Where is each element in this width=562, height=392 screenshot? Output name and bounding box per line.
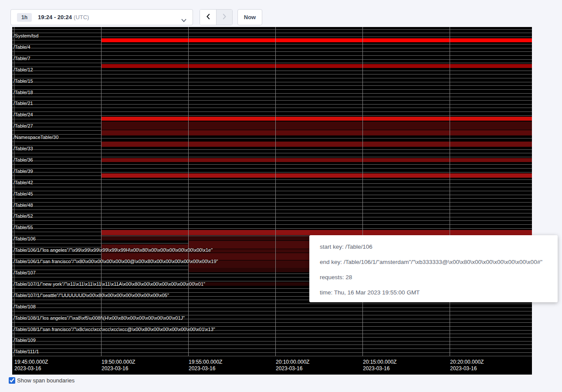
time-range-dropdown[interactable]: 1h 19:24 - 20:24 (UTC) [10,9,193,25]
span-boundary-line [12,33,532,33]
span-boundary-line [12,89,532,90]
span-boundary-line [12,37,532,37]
heat-band [101,122,532,130]
x-axis-tick-date: 2023-03-16 [102,365,135,372]
span-boundary-line [12,322,532,323]
row-label: /Table/106/1/"san francisco"/"\x80\x00\x… [14,259,218,264]
span-boundary-line [12,356,532,356]
prev-time-button[interactable] [200,10,216,25]
chevron-left-icon [204,13,212,22]
span-boundary-line [12,337,532,338]
span-boundary-line [12,183,532,184]
time-gridline [101,27,102,356]
span-boundary-line [12,100,532,101]
heat-band [101,158,532,162]
row-label: /Table/7 [14,56,30,61]
span-boundary-line [12,138,532,139]
row-label: /Table/45 [14,191,33,197]
row-label: /Table/24 [14,112,33,118]
span-boundary-line [12,74,532,74]
now-button[interactable]: Now [237,9,262,25]
row-label: /Table/108/1/"los angeles"/"\xa8\xf5\u00… [14,315,185,321]
row-label: /Table/109 [14,338,36,343]
row-label: /Table/48 [14,203,33,208]
show-span-boundaries-label: Show span boundaries [17,377,74,384]
x-axis-tick-time: 19:55:00.000Z [189,359,222,365]
x-axis-tick: 20:20:00.000Z2023-03-16 [450,359,484,372]
span-boundary-line [12,149,532,150]
span-boundary-line [12,168,532,169]
span-boundary-line [12,341,532,341]
x-axis-tick-time: 20:15:00.000Z [363,359,396,365]
chevron-right-icon [220,13,228,22]
x-axis-tick: 19:55:00.000Z2023-03-16 [189,359,222,372]
span-boundary-line [12,82,532,82]
span-boundary-line [12,59,532,60]
key-visualizer-canvas[interactable]: /System/tsd/Table/4/Table/7/Table/12/Tab… [12,27,532,375]
row-label: /Table/52 [14,213,33,219]
span-boundary-line [12,202,532,203]
span-boundary-line [12,71,532,71]
x-axis-tick-date: 2023-03-16 [363,365,396,372]
time-nav-group [200,9,233,25]
span-boundary-line [12,51,532,52]
row-label: /Table/111/1 [14,349,39,355]
x-axis-tick-date: 2023-03-16 [276,365,309,372]
row-label: /Table/108 [14,304,36,310]
row-label: /Table/21 [14,101,33,106]
span-boundary-line [12,44,532,44]
x-axis-tick-time: 19:50:00.000Z [102,359,135,365]
x-axis-tick-date: 2023-03-16 [189,365,222,372]
heat-band [101,230,532,235]
span-boundary-line [12,210,532,210]
row-label: /System/tsd [14,33,38,39]
span-boundary-line [12,172,532,172]
heat-band [101,38,532,42]
span-boundary-line [12,228,532,229]
x-axis-tick-time: 19:45:00.000Z [14,359,48,365]
span-boundary-line [12,198,532,199]
row-label: /Table/55 [14,225,33,230]
x-axis-tick-date: 2023-03-16 [450,365,484,372]
heat-band [101,142,532,147]
range-utc-suffix: (UTC) [74,14,89,20]
span-boundary-line [12,55,532,56]
row-label: /Table/18 [14,90,33,95]
heat-band [101,64,532,68]
row-label: /Table/107/1/"seattle"/"UUUUUUD\x00\x80\… [14,293,169,298]
span-boundary-line [12,348,532,349]
span-boundary-line [12,304,532,304]
row-label: /Table/106 [14,236,36,242]
span-boundary-line [12,112,532,112]
time-gridline [275,27,276,356]
time-gridline [188,27,189,356]
span-boundary-line [12,311,532,311]
next-time-button[interactable] [216,10,232,25]
tooltip-line: requests: 28 [320,274,558,280]
span-boundary-line [12,345,532,345]
span-boundary-line [12,334,532,334]
row-label: /Table/39 [14,169,33,174]
row-label: /Table/33 [14,146,33,152]
tooltip-line: start key: /Table/106 [320,243,558,250]
span-boundary-line [12,108,532,108]
span-boundary-line [12,153,532,153]
span-boundary-line [12,29,532,30]
span-boundary-line [12,206,532,206]
chevron-down-icon [181,16,186,20]
span-boundary-line [12,195,532,195]
span-boundary-line [12,93,532,94]
heat-band [101,173,532,178]
row-label: /Table/15 [14,78,33,84]
x-axis-tick-time: 20:20:00.000Z [450,359,484,365]
tooltip-line: end key: /Table/106/1/"amsterdam"/"\xb33… [320,259,558,265]
row-label: /Table/42 [14,180,33,186]
show-span-boundaries-checkbox[interactable] [9,377,15,384]
row-label: /Table/107/1/"new york"/"\x11\x11\x11\x1… [14,281,205,287]
span-boundary-line [12,157,532,157]
x-axis-tick: 20:15:00.000Z2023-03-16 [363,359,396,372]
x-axis-tick-time: 20:10:00.000Z [276,359,309,365]
heat-band [101,130,532,135]
footer: Show span boundaries [9,377,74,384]
span-boundary-line [12,85,532,86]
